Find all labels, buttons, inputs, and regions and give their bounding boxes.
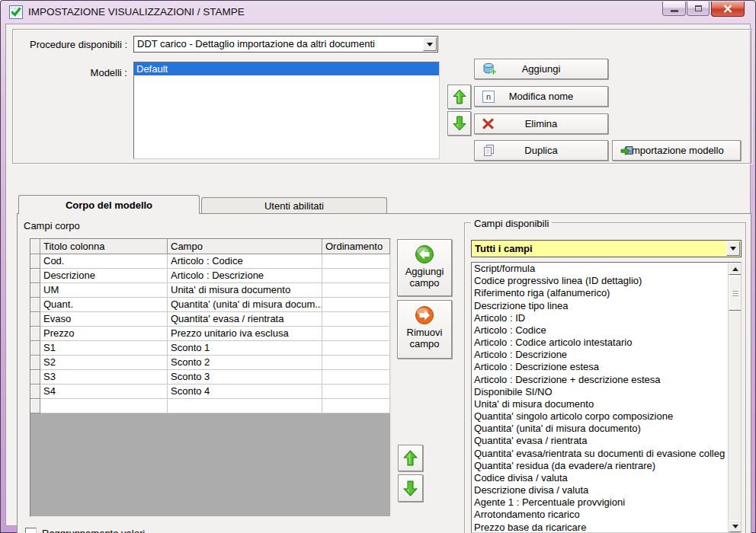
grid-cell[interactable] xyxy=(322,341,390,356)
grid-cell[interactable]: Sconto 4 xyxy=(168,385,322,399)
available-field-item[interactable]: Articolo : Descrizione estesa xyxy=(472,361,728,373)
row-header-cell[interactable] xyxy=(30,327,40,341)
scrollbar-thumb[interactable] xyxy=(729,276,742,311)
grid-cell[interactable] xyxy=(322,399,390,413)
grid-cell[interactable]: S3 xyxy=(40,370,168,385)
table-row[interactable]: UMUnita' di misura documento xyxy=(30,283,390,298)
row-header-cell[interactable] xyxy=(30,399,40,413)
add-field-button[interactable]: Aggiungi campo xyxy=(397,239,452,296)
available-field-item[interactable]: Quantita' singolo articolo corpo composi… xyxy=(472,410,728,423)
grid-cell[interactable]: Descrizione xyxy=(40,269,168,283)
table-row[interactable]: S3Sconto 3 xyxy=(30,370,390,385)
available-field-item[interactable]: Articolo : ID xyxy=(472,312,728,324)
available-field-item[interactable]: Quantita' evasa / rientrata xyxy=(472,435,728,447)
grid-cell[interactable]: S2 xyxy=(40,356,168,370)
field-filter-combobox[interactable]: Tutti i campi xyxy=(471,240,742,257)
grid-cell[interactable] xyxy=(322,298,390,312)
duplicate-model-button[interactable]: Duplica xyxy=(474,140,608,161)
field-move-up-button[interactable] xyxy=(398,445,423,471)
delete-model-button[interactable]: Elimina xyxy=(474,113,608,134)
grid-cell[interactable] xyxy=(322,356,390,370)
grid-cell[interactable]: Articolo : Descrizione xyxy=(168,269,322,283)
row-header-cell[interactable] xyxy=(30,356,40,370)
available-field-item[interactable]: Quantita' evasa/rientrata su documenti d… xyxy=(472,448,728,460)
available-field-item[interactable]: Articolo : Codice articolo intestatario xyxy=(472,337,728,349)
add-model-button[interactable]: Aggiungi xyxy=(474,59,608,79)
grid-cell[interactable] xyxy=(322,327,390,341)
available-field-item[interactable]: Quantita' (unita' di misura documento) xyxy=(472,423,728,435)
row-header-cell[interactable] xyxy=(30,283,40,298)
grid-cell[interactable]: Sconto 1 xyxy=(168,341,322,356)
close-button[interactable] xyxy=(711,2,745,17)
row-header-cell[interactable] xyxy=(30,254,40,269)
grid-cell[interactable] xyxy=(322,269,390,283)
grid-cell[interactable] xyxy=(322,254,390,269)
available-field-item[interactable]: Script/formula xyxy=(472,263,728,275)
grid-cell[interactable] xyxy=(322,312,390,327)
row-header-cell[interactable] xyxy=(30,385,40,399)
grid-cell[interactable]: Quantita' (unita' di misura docum... xyxy=(168,298,322,312)
table-row[interactable]: DescrizioneArticolo : Descrizione xyxy=(30,269,390,283)
grid-cell[interactable] xyxy=(40,399,168,413)
grid-empty-row[interactable] xyxy=(30,399,390,413)
row-header-cell[interactable] xyxy=(30,312,40,327)
model-list-item[interactable]: Default xyxy=(134,62,439,75)
available-field-item[interactable]: Riferimento riga (alfanumerico) xyxy=(472,287,728,299)
column-header-ordinamento[interactable]: Ordinamento xyxy=(322,239,390,254)
procedures-combobox[interactable]: DDT carico - Dettaglio importazione da a… xyxy=(133,36,438,53)
available-fields-scrollbar[interactable] xyxy=(728,263,741,532)
grouping-checkbox[interactable] xyxy=(25,528,37,533)
grid-cell[interactable]: Quantita' evasa / rientrata xyxy=(168,312,322,327)
model-move-up-button[interactable] xyxy=(447,85,471,109)
available-fields-list[interactable]: Script/formulaCodice progressivo linea (… xyxy=(471,262,742,533)
row-header-cell[interactable] xyxy=(30,341,40,356)
table-row[interactable]: PrezzoPrezzo unitario iva esclusa xyxy=(30,327,390,341)
grid-cell[interactable] xyxy=(168,399,322,413)
available-field-item[interactable]: Descrizione tipo linea xyxy=(472,300,728,312)
row-header-cell[interactable] xyxy=(30,269,40,283)
available-field-item[interactable]: Descrizione divisa / valuta xyxy=(472,484,728,496)
grid-cell[interactable]: S4 xyxy=(40,385,168,399)
grid-cell[interactable] xyxy=(322,283,390,298)
grid-cell[interactable]: S1 xyxy=(40,341,168,356)
grid-cell[interactable]: Articolo : Codice xyxy=(168,254,322,269)
grid-cell[interactable]: UM xyxy=(40,283,168,298)
grid-cell[interactable] xyxy=(322,370,390,385)
available-field-item[interactable]: Disponibile SI/NO xyxy=(472,386,728,398)
table-row[interactable]: Cod.Articolo : Codice xyxy=(30,254,390,269)
scroll-up-button[interactable] xyxy=(729,263,742,275)
available-field-item[interactable]: Codice progressivo linea (ID dettaglio) xyxy=(472,275,728,287)
remove-field-button[interactable]: Rimuovi campo xyxy=(397,300,452,359)
column-header-campo[interactable]: Campo xyxy=(168,239,322,254)
available-field-item[interactable]: Prezzo base da ricaricare xyxy=(472,522,728,533)
table-row[interactable]: S4Sconto 4 xyxy=(30,385,390,399)
available-field-item[interactable]: Codice divisa / valuta xyxy=(472,472,728,484)
available-field-item[interactable]: Articolo : Codice xyxy=(472,324,728,337)
minimize-button[interactable] xyxy=(662,2,686,16)
grid-cell[interactable]: Unita' di misura documento xyxy=(168,283,322,298)
grid-cell[interactable]: Sconto 3 xyxy=(168,370,322,385)
row-header-cell[interactable] xyxy=(30,298,40,312)
row-header-cell[interactable] xyxy=(30,370,40,385)
table-row[interactable]: S2Sconto 2 xyxy=(30,356,390,370)
tab-corpo-del-modello[interactable]: Corpo del modello xyxy=(18,195,200,214)
rename-model-button[interactable]: n Modifica nome xyxy=(474,86,608,107)
grid-cell[interactable]: Prezzo unitario iva esclusa xyxy=(168,327,322,341)
grid-cell[interactable]: Cod. xyxy=(40,254,168,269)
grid-cell[interactable]: Quant. xyxy=(40,298,168,312)
grid-cell[interactable] xyxy=(322,385,390,399)
grid-cell[interactable]: Prezzo xyxy=(40,327,168,341)
field-move-down-button[interactable] xyxy=(398,474,423,502)
table-row[interactable]: Quant.Quantita' (unita' di misura docum.… xyxy=(30,298,390,312)
scroll-down-button[interactable] xyxy=(729,520,742,532)
available-field-item[interactable]: Articolo : Descrizione xyxy=(472,349,728,361)
available-field-item[interactable]: Quantita' residua (da evadere/a rientrar… xyxy=(472,460,728,472)
grid-cell[interactable]: Sconto 2 xyxy=(168,356,322,370)
column-header-titolo[interactable]: Titolo colonna xyxy=(40,239,168,254)
available-field-item[interactable]: Arrotondamento ricarico xyxy=(472,509,728,521)
fields-grid[interactable]: Titolo colonna Campo Ordinamento Cod.Art… xyxy=(30,238,391,517)
field-filter-dropdown-button[interactable] xyxy=(726,241,740,256)
model-move-down-button[interactable] xyxy=(447,111,471,136)
models-listbox[interactable]: Default xyxy=(133,62,440,159)
available-field-item[interactable]: Unita' di misura documento xyxy=(472,398,728,410)
